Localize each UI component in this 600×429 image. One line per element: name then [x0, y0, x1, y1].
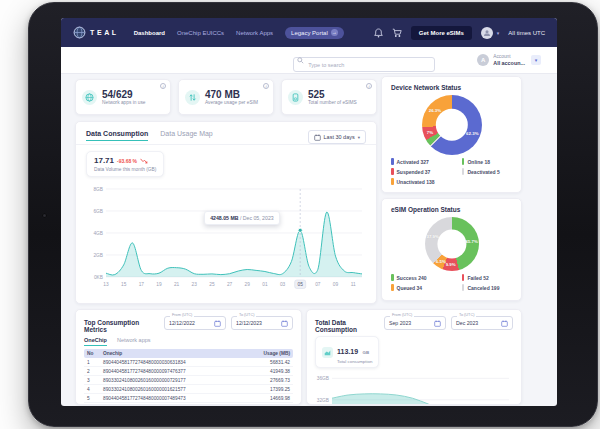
calendar-icon [314, 134, 321, 141]
kpi-network-apps: 54/629Network apps in use i [75, 79, 171, 115]
to-date-field[interactable]: To (UTC) 12/12/2023 [231, 316, 293, 330]
svg-text:36GB: 36GB [317, 376, 329, 381]
chart-tooltip: 4248.05 MB / Dec 05, 2023 [204, 211, 279, 225]
cell-no: 2 [87, 369, 103, 374]
cell-usage: 14669.98 [242, 396, 290, 401]
legend-item: Online 18 [462, 158, 514, 165]
table-row: 5890440458177274848000000748947314669.98 [84, 394, 293, 403]
svg-text:6GB: 6GB [93, 209, 103, 214]
globe-logo-icon [73, 26, 86, 39]
globe-icon [82, 90, 97, 105]
column-onechip: Onechip [103, 351, 242, 356]
cell-onechip: 8904404581772748480000030631834 [103, 360, 242, 365]
svg-text:27: 27 [227, 282, 233, 287]
cell-usage: 27669.73 [242, 378, 290, 383]
account-caret-icon[interactable]: ▾ [531, 55, 541, 65]
tab-data-usage-map[interactable]: Data Usage Map [160, 130, 213, 140]
navbar-actions: Get More eSIMs ▾ All times UTC [374, 26, 545, 40]
legend-label: Failed 52 [467, 275, 488, 281]
info-icon[interactable]: i [160, 83, 166, 89]
esim-status-donut: 45.7%9.9%6.5%37.9% [425, 217, 479, 271]
svg-text:25: 25 [209, 282, 215, 287]
legend-label: Unactivated 138 [397, 179, 435, 185]
svg-text:05: 05 [298, 282, 304, 287]
cart-icon[interactable] [392, 28, 402, 38]
legend-swatch [391, 178, 394, 185]
svg-text:32GB: 32GB [317, 398, 329, 403]
metric-change: -93.68 % [117, 158, 137, 164]
total-data-consumption-card: Total Data Consumption From (UTC) Sep 20… [306, 309, 522, 405]
subheader-bar: A Account All accoun... ▾ [61, 47, 557, 74]
tab-onechip[interactable]: OneChip [84, 337, 107, 346]
legend-swatch [391, 274, 394, 281]
date-field-value: Dec 2023 [456, 320, 501, 326]
card-title: Device Network Status [391, 84, 512, 91]
metric-value: 17.71 [94, 156, 114, 165]
cell-usage: 41949.38 [242, 369, 290, 374]
from-date-field[interactable]: From (UTC) Sep 2023 [384, 316, 446, 330]
svg-text:4GB: 4GB [93, 231, 103, 236]
area-chart-icon [322, 347, 333, 358]
nav-dashboard[interactable]: Dashboard [134, 30, 165, 36]
calendar-icon [214, 320, 221, 327]
account-avatar: A [477, 54, 489, 66]
legend-swatch [462, 158, 465, 165]
donut-percent-label: 9.9% [446, 262, 456, 267]
brand-logo[interactable]: TEAL [73, 26, 119, 39]
table-row: 4890330241080026016000000162157717399.25 [84, 385, 293, 394]
nav-legacy-portal[interactable]: Legacy Portal → [285, 27, 344, 39]
legacy-portal-label: Legacy Portal [291, 30, 328, 36]
legend-label: Activated 327 [397, 159, 429, 165]
legend-label: Queued 34 [397, 285, 423, 291]
device-network-status-card: Device Network Status 62.3%7%26.3% Activ… [381, 76, 522, 193]
donut-percent-label: 7% [427, 129, 433, 134]
tab-data-consumption[interactable]: Data Consumption [86, 130, 148, 141]
consumption-header: Data Consumption Data Usage Map Last 30 … [86, 130, 366, 144]
consumption-chart-wrap: 0KB2GB4GB6GB8GB1315171921232527290103050… [86, 181, 366, 293]
legend-label: Deactivated 5 [467, 169, 499, 175]
from-date-field[interactable]: From (UTC) 12/12/2022 [164, 316, 226, 330]
info-icon[interactable]: i [263, 83, 269, 89]
legend-swatch [462, 168, 465, 175]
svg-text:17: 17 [139, 282, 145, 287]
bell-icon[interactable] [374, 28, 383, 38]
nav-network-apps[interactable]: Network Apps [236, 30, 273, 36]
cell-onechip: 8904404581772748480000007489473 [103, 396, 242, 401]
avatar-caret-icon[interactable]: ▾ [497, 30, 500, 36]
table-row: 2890440458177274848000009747637741949.38 [84, 367, 293, 376]
info-icon[interactable]: i [366, 83, 372, 89]
device-status-legend: Activated 327Online 18Suspended 37Deacti… [391, 158, 512, 185]
timezone-label: All times UTC [508, 30, 545, 36]
legend-item: Queued 34 [391, 284, 460, 291]
date-field-value: Sep 2023 [389, 320, 434, 326]
cell-usage: 17399.25 [242, 387, 290, 392]
search-input[interactable] [293, 57, 435, 72]
tab-network-apps[interactable]: Network apps [117, 337, 151, 346]
to-date-field[interactable]: To (UTC) Dec 2023 [451, 316, 513, 330]
donut-percent-label: 45.7% [465, 239, 477, 244]
nav-onechip-euiccs[interactable]: OneChip EUICCs [177, 30, 224, 36]
account-value: All accoun... [493, 60, 525, 67]
account-selector[interactable]: A Account All accoun... [477, 54, 525, 67]
donut-percent-label: 6.5% [436, 259, 446, 264]
legend-label: Online 18 [467, 159, 490, 165]
metrics-tabs: OneChip Network apps [84, 337, 293, 346]
legend-swatch [391, 158, 394, 165]
calendar-icon [434, 320, 441, 327]
search-box[interactable] [293, 53, 435, 68]
svg-text:13: 13 [103, 282, 109, 287]
svg-text:07: 07 [315, 282, 321, 287]
svg-text:0KB: 0KB [94, 275, 103, 280]
esim-status-legend: Success 240Failed 52Queued 34Canceled 19… [391, 274, 512, 291]
legend-label: Canceled 199 [467, 285, 499, 291]
date-field-label: To (UTC) [457, 314, 476, 318]
get-more-esims-button[interactable]: Get More eSIMs [411, 26, 472, 40]
svg-text:23: 23 [192, 282, 198, 287]
svg-text:21: 21 [174, 282, 180, 287]
date-range-dropdown[interactable]: Last 30 days ▾ [308, 130, 366, 144]
person-icon [483, 29, 491, 37]
user-avatar[interactable] [481, 27, 493, 39]
cell-onechip: 8903302410800260160000001621577 [103, 387, 242, 392]
kpi-value: 470 MB [205, 89, 258, 100]
donut-hole [435, 109, 467, 141]
